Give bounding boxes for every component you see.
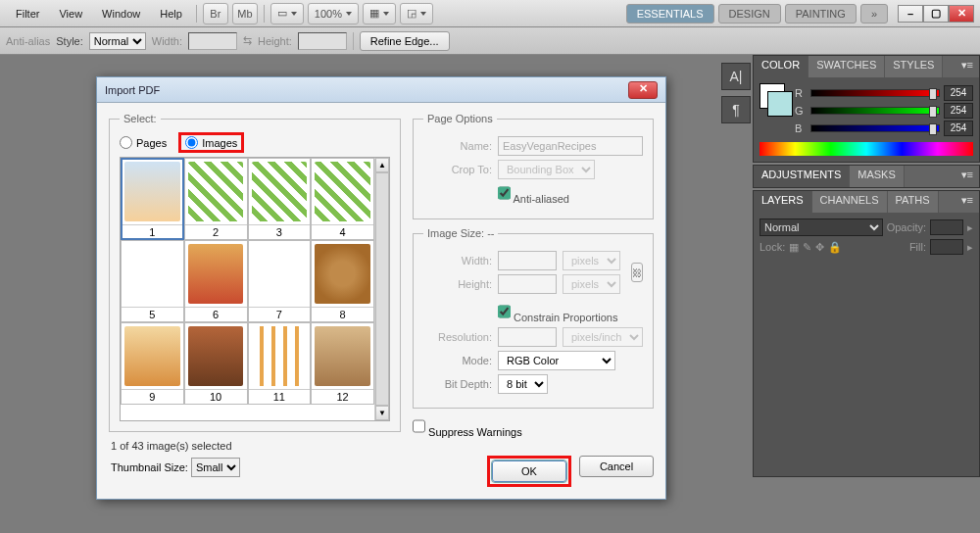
menu-window[interactable]: Window — [92, 4, 150, 24]
thumbnail-6[interactable]: 6 — [184, 240, 248, 322]
thumbnail-3[interactable]: 3 — [248, 158, 312, 240]
thumbnail-1[interactable]: 1 — [121, 158, 184, 240]
thumbnail-7[interactable]: 7 — [248, 240, 312, 322]
opacity-input[interactable] — [930, 219, 963, 235]
b-label: B — [795, 122, 807, 134]
thumbnail-12[interactable]: 12 — [311, 322, 374, 405]
thumbnail-label: 4 — [312, 224, 373, 239]
thumbnail-4[interactable]: 4 — [311, 158, 374, 240]
character-panel-icon[interactable]: A| — [721, 63, 751, 90]
thumbnail-label: 8 — [312, 307, 373, 321]
separator — [264, 5, 265, 23]
mode-label: Mode: — [423, 355, 492, 366]
bridge-button[interactable]: Br — [203, 3, 228, 24]
close-button[interactable]: ✕ — [949, 5, 974, 23]
style-dropdown[interactable]: Normal — [89, 32, 146, 50]
thumbnail-2[interactable]: 2 — [184, 158, 248, 240]
thumbnail-8[interactable]: 8 — [311, 240, 374, 322]
minimize-button[interactable]: – — [898, 5, 923, 23]
tab-swatches[interactable]: SWATCHES — [808, 56, 885, 77]
thumbnail-label: 12 — [312, 389, 373, 404]
scroll-thumb[interactable] — [375, 172, 389, 406]
r-slider[interactable] — [810, 89, 940, 97]
menu-help[interactable]: Help — [150, 4, 192, 24]
workspace-essentials[interactable]: ESSENTIALS — [626, 4, 714, 24]
g-value[interactable]: 254 — [944, 103, 973, 119]
mode-dropdown[interactable]: RGB Color — [498, 351, 615, 370]
layers-panel: LAYERS CHANNELS PATHS ▾≡ Normal Opacity:… — [753, 190, 980, 477]
panel-menu-icon[interactable]: ▾≡ — [956, 191, 979, 213]
dialog-title: Import PDF — [105, 84, 628, 96]
tab-layers[interactable]: LAYERS — [754, 191, 812, 213]
tab-paths[interactable]: PATHS — [888, 191, 939, 213]
blend-mode-dropdown[interactable]: Normal — [760, 218, 883, 236]
lock-pixels-icon[interactable]: ✎ — [803, 241, 811, 254]
screen-mode-button[interactable]: ▭ — [270, 3, 304, 24]
tab-masks[interactable]: MASKS — [850, 166, 905, 187]
pages-radio-label[interactable]: Pages — [120, 136, 167, 149]
images-radio-label[interactable]: Images — [185, 136, 237, 149]
scroll-up-icon[interactable]: ▲ — [375, 158, 389, 172]
scroll-down-icon[interactable]: ▼ — [375, 406, 389, 420]
constrain-checkbox[interactable] — [498, 302, 511, 321]
images-radio[interactable] — [185, 136, 198, 149]
background-swatch[interactable] — [767, 91, 793, 117]
image-size-fieldset: Image Size: -- Width:pixels Height:pixel… — [413, 227, 654, 409]
menu-view[interactable]: View — [49, 4, 92, 24]
width-input[interactable] — [188, 32, 237, 50]
opacity-label: Opacity: — [887, 221, 926, 233]
constrain-checkbox-label[interactable]: Constrain Proportions — [498, 302, 617, 323]
thumbnail-label: 6 — [185, 307, 247, 321]
fill-input[interactable] — [930, 239, 963, 255]
pages-radio[interactable] — [120, 136, 132, 149]
menu-filter[interactable]: Filter — [6, 4, 49, 24]
bitdepth-dropdown[interactable]: 8 bit — [498, 374, 548, 394]
panel-menu-icon[interactable]: ▾≡ — [956, 56, 979, 77]
maximize-button[interactable]: ▢ — [923, 5, 949, 23]
lock-position-icon[interactable]: ✥ — [815, 241, 824, 254]
image-width-unit: pixels — [563, 251, 620, 270]
antialiased-checkbox-label[interactable]: Anti-aliased — [498, 183, 569, 205]
g-slider[interactable] — [810, 107, 940, 115]
thumbnail-9[interactable]: 9 — [121, 322, 184, 405]
tab-color[interactable]: COLOR — [754, 56, 808, 77]
zoom-level-dropdown[interactable]: 100% — [308, 3, 359, 24]
swap-icon: ⇆ — [243, 34, 252, 47]
separator — [353, 32, 354, 50]
lock-all-icon[interactable]: 🔒 — [828, 241, 842, 254]
workspace-more[interactable]: » — [860, 4, 888, 24]
tab-styles[interactable]: STYLES — [885, 56, 943, 77]
panel-menu-icon[interactable]: ▾≡ — [956, 166, 979, 187]
crop-button[interactable]: ◲ — [400, 3, 433, 24]
refine-edge-button[interactable]: Refine Edge... — [360, 31, 450, 51]
workspace-design[interactable]: DESIGN — [718, 4, 781, 24]
paragraph-panel-icon[interactable]: ¶ — [721, 96, 751, 123]
lock-transparent-icon[interactable]: ▦ — [789, 241, 799, 254]
dialog-close-button[interactable]: ✕ — [628, 81, 658, 99]
b-value[interactable]: 254 — [944, 121, 973, 136]
r-value[interactable]: 254 — [944, 85, 973, 101]
dialog-titlebar[interactable]: Import PDF ✕ — [97, 77, 665, 103]
suppress-checkbox-label[interactable]: Suppress Warnings — [413, 416, 522, 438]
color-ramp[interactable] — [760, 142, 973, 156]
tab-adjustments[interactable]: ADJUSTMENTS — [754, 166, 850, 187]
arrange-button[interactable]: ▦ — [363, 3, 396, 24]
thumbnail-5[interactable]: 5 — [121, 240, 184, 322]
thumbnail-size-dropdown[interactable]: Small — [191, 458, 240, 477]
thumbnails-scrollbar[interactable]: ▲ ▼ — [374, 158, 389, 420]
import-pdf-dialog: Import PDF ✕ Select: Pages Images 123456… — [96, 76, 666, 500]
height-input[interactable] — [298, 32, 347, 50]
suppress-checkbox[interactable] — [413, 416, 425, 436]
thumbnail-label: 5 — [122, 307, 183, 321]
b-slider[interactable] — [810, 124, 940, 132]
tab-channels[interactable]: CHANNELS — [812, 191, 888, 213]
thumbnail-11[interactable]: 11 — [248, 322, 312, 405]
link-dimensions-icon[interactable]: ⛓ — [631, 263, 643, 282]
minibridge-button[interactable]: Mb — [232, 3, 258, 24]
cancel-button[interactable]: Cancel — [579, 456, 654, 477]
thumbnail-10[interactable]: 10 — [184, 322, 248, 405]
antialiased-checkbox[interactable] — [498, 183, 511, 203]
workspace-painting[interactable]: PAINTING — [785, 4, 857, 24]
ok-button[interactable]: OK — [492, 460, 566, 482]
thumbnail-label: 1 — [122, 224, 183, 239]
